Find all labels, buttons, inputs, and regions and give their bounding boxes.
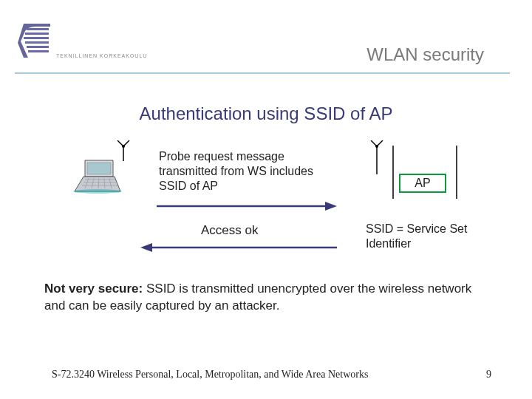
header-title: WLAN security <box>366 44 484 65</box>
security-note: Not very secure: SSID is transmitted une… <box>44 281 488 315</box>
footer-course: S-72.3240 Wireless Personal, Local, Metr… <box>52 369 502 381</box>
ap-label: AP <box>415 177 430 189</box>
note-lead: Not very secure: <box>44 282 146 296</box>
ap-box: AP <box>399 174 446 193</box>
slide-title: Authentication using SSID of AP <box>0 103 532 124</box>
page-number: 9 <box>486 369 491 381</box>
ssid-definition: SSID = Service Set Identifier <box>366 222 491 251</box>
header-divider <box>15 72 510 74</box>
slide-header: TEKNILLINEN KORKEAKOULU WLAN security <box>15 22 517 66</box>
ap-bracket-icon <box>0 144 532 203</box>
access-ok-label: Access ok <box>201 223 258 238</box>
auth-diagram: Probe request message transmitted from W… <box>0 140 532 259</box>
svg-marker-22 <box>140 243 152 252</box>
arrow-left-icon <box>140 242 337 256</box>
logo-subtitle: TEKNILLINEN KORKEAKOULU <box>56 53 147 58</box>
tkk-logo: TEKNILLINEN KORKEAKOULU <box>15 22 163 69</box>
